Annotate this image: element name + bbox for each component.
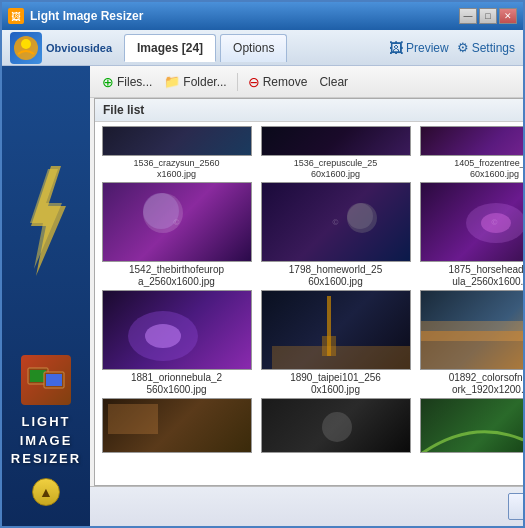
footer: Next > [90,486,523,526]
list-item: © 1798_homeworld_2560x1600.jpg [258,182,413,288]
svg-point-15 [145,324,181,348]
remove-icon: ⊖ [248,74,260,90]
image-thumbnail: © [261,182,411,262]
clear-button[interactable]: Clear [315,73,352,91]
image-label: 1875_horseheadnebula_2560x1600.jpg [449,264,523,288]
toolbar: ⊕ Files... 📁 Folder... ⊖ Remove Clear [90,66,523,98]
image-thumbnail [261,290,411,370]
list-item: 1881_orionnebula_2560x1600.jpg [99,290,254,396]
close-button[interactable]: ✕ [499,8,517,24]
image-label: 1542_thebirthofeuropa_2560x1600.jpg [129,264,224,288]
tab-images[interactable]: Images [24] [124,34,216,62]
logo-area: Obviousidea [10,32,112,64]
table-row: © 1542_thebirthofeuropa_2560x1600.jpg [99,182,523,288]
image-label: 1798_homeworld_2560x1600.jpg [289,264,382,288]
folder-button[interactable]: 📁 Folder... [160,72,230,91]
list-item [417,398,523,453]
svg-rect-21 [108,404,158,434]
svg-point-9 [143,193,179,229]
image-thumbnail [261,126,411,156]
list-item: 1405_frozentree_2560x1600.jpg [417,126,523,180]
list-item: © 1875_horseheadnebula_2560x1600.jpg [417,182,523,288]
image-label: 1881_orionnebula_2560x1600.jpg [131,372,222,396]
svg-point-11 [347,203,373,229]
toolbar-separator [237,73,238,91]
folder-icon: 📁 [164,74,180,89]
image-thumbnail [102,290,252,370]
tab-options[interactable]: Options [220,34,287,62]
svg-rect-18 [272,346,411,370]
file-list-panel: File list 1536_crazysun_2560x1600.jpg [94,98,523,486]
list-item [99,398,254,453]
maximize-button[interactable]: □ [479,8,497,24]
main-area: ⊕ Files... 📁 Folder... ⊖ Remove Clear [90,66,523,526]
image-thumbnail [102,126,252,156]
settings-button[interactable]: ⚙ Settings [457,40,515,55]
files-button[interactable]: ⊕ Files... [98,72,156,92]
image-thumbnail [102,398,252,453]
next-button[interactable]: Next > [508,493,523,520]
sidebar-logo-icon [21,355,71,405]
image-thumbnail [420,126,524,156]
list-item: © 1542_thebirthofeuropa_2560x1600.jpg [99,182,254,288]
remove-button[interactable]: ⊖ Remove [244,72,312,92]
gear-icon: ⚙ [457,40,469,55]
svg-point-22 [322,412,352,442]
app-icon: 🖼 [8,8,24,24]
sidebar-decoration [16,161,76,281]
image-thumbnail [261,398,411,453]
filelist-header: File list [95,99,523,122]
main-window: 🖼 Light Image Resizer — □ ✕ Obviousidea … [0,0,525,528]
app-logo [10,32,42,64]
svg-rect-7 [46,374,62,386]
logo-text: Obviousidea [46,42,112,54]
list-item: 01892_colorsofnewyork_1920x1200.jpg [417,290,523,396]
image-label: 1890_taipei101_2560x1600.jpg [290,372,381,396]
image-label: 01892_colorsofnewyork_1920x1200.jpg [449,372,523,396]
menu-right: 🖼 Preview ⚙ Settings [389,40,515,56]
table-row [99,398,523,453]
preview-button[interactable]: 🖼 Preview [389,40,449,56]
sidebar-up-button[interactable]: ▲ [32,478,60,506]
list-item [258,398,413,453]
svg-point-1 [21,39,31,49]
table-row: 1881_orionnebula_2560x1600.jpg [99,290,523,396]
list-item: 1536_crepuscule_2560x1600.jpg [258,126,413,180]
image-label: 1536_crazysun_2560x1600.jpg [133,158,219,180]
image-label: 1536_crepuscule_2560x1600.jpg [294,158,378,180]
titlebar: 🖼 Light Image Resizer — □ ✕ [2,2,523,30]
left-sidebar: LIGHT IMAGE RESIZER ▲ [2,66,90,526]
image-thumbnail [420,290,524,370]
add-files-icon: ⊕ [102,74,114,90]
window-controls: — □ ✕ [459,8,517,24]
image-grid[interactable]: 1536_crazysun_2560x1600.jpg 1536_crepusc… [95,122,523,485]
sidebar-logo-text: LIGHT IMAGE RESIZER [11,413,81,468]
image-label: 1405_frozentree_2560x1600.jpg [454,158,523,180]
main-inner: ⊕ Files... 📁 Folder... ⊖ Remove Clear [90,66,523,526]
image-thumbnail [420,398,524,453]
image-thumbnail: © [420,182,524,262]
image-thumbnail: © [102,182,252,262]
menubar: Obviousidea Images [24] Options 🖼 Previe… [2,30,523,66]
preview-icon: 🖼 [389,40,403,56]
svg-point-13 [481,213,511,233]
minimize-button[interactable]: — [459,8,477,24]
window-title: Light Image Resizer [30,9,453,23]
svg-rect-20 [421,321,524,341]
list-item: 1890_taipei101_2560x1600.jpg [258,290,413,396]
table-row: 1536_crazysun_2560x1600.jpg 1536_crepusc… [99,126,523,180]
image-grid-wrapper: 1536_crazysun_2560x1600.jpg 1536_crepusc… [95,122,523,485]
list-item: 1536_crazysun_2560x1600.jpg [99,126,254,180]
